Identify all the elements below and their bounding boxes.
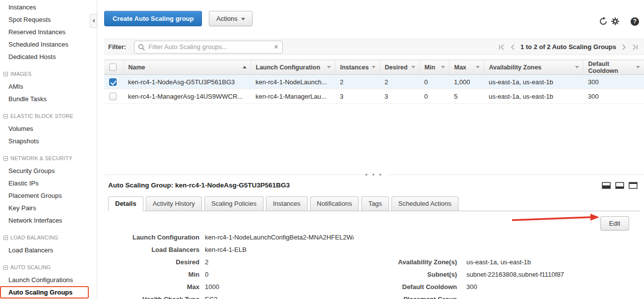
sidebar-item-elastic-ips[interactable]: Elastic IPs	[0, 177, 97, 189]
help-icon[interactable]: ?	[631, 17, 639, 26]
sidebar-item-reserved-instances[interactable]: Reserved Instances	[0, 26, 97, 38]
column-label: Min	[425, 64, 436, 71]
sort-ascending-icon	[243, 66, 247, 68]
asg-table: NameLaunch ConfigurationInstancesDesired…	[104, 60, 644, 104]
tab-notifications[interactable]: Notifications	[310, 196, 359, 211]
field-row: Health Check TypeEC2Placement Group	[104, 293, 644, 299]
field-label: Default Cooldown	[354, 283, 457, 291]
column-header-min[interactable]: Min	[419, 60, 449, 75]
search-icon	[138, 44, 145, 53]
pagination-next-button[interactable]	[622, 44, 626, 50]
field-value: subnet-22163808,subnet-f1110f87	[466, 271, 644, 278]
annotation-arrow	[511, 213, 600, 224]
actions-button[interactable]: Actions	[209, 11, 253, 26]
pagination-first-button[interactable]	[499, 44, 505, 50]
sidebar-item-load-balancers[interactable]: Load Balancers	[0, 244, 97, 256]
column-filter-caret-icon	[476, 66, 480, 68]
details-header: Auto Scaling Group: ken-rc4-1-NodeAsg-G5…	[104, 175, 644, 189]
sidebar-section-network-security[interactable]: NETWORK & SECURITY	[0, 152, 97, 165]
section-label: LOAD BALANCING	[10, 235, 58, 241]
sidebar-section-load-balancing[interactable]: LOAD BALANCING	[0, 232, 97, 244]
field-value: 1000	[205, 283, 354, 291]
sidebar-section-images[interactable]: IMAGES	[0, 68, 97, 80]
create-auto-scaling-group-button[interactable]: Create Auto Scaling group	[104, 11, 202, 26]
table-row[interactable]: ken-rc4-1-NodeAsg-G5TU3P561BG3ken-rc4-1-…	[104, 75, 644, 89]
pagination-prev-button[interactable]	[511, 44, 515, 50]
table-cell: ken-rc4-1-ManagerLau...	[251, 89, 335, 104]
tab-scaling-policies[interactable]: Scaling Policies	[204, 196, 263, 211]
section-collapse-icon	[3, 72, 8, 76]
details-title: Auto Scaling Group: ken-rc4-1-NodeAsg-G5…	[108, 181, 290, 189]
section-collapse-icon	[3, 265, 8, 270]
tab-scheduled-actions[interactable]: Scheduled Actions	[391, 196, 458, 211]
field-label: Desired	[104, 258, 199, 266]
edit-button[interactable]: Edit	[600, 216, 629, 231]
sidebar-item-security-groups[interactable]: Security Groups	[0, 165, 97, 177]
layout-split-pane-icon[interactable]	[615, 182, 624, 189]
table-cell: ken-rc4-1-NodeAsg-G5TU3P561BG3	[123, 75, 251, 89]
column-label: Max	[454, 64, 466, 71]
tab-tags[interactable]: Tags	[361, 196, 388, 211]
column-header-name[interactable]: Name	[123, 60, 251, 75]
sidebar-item-key-pairs[interactable]: Key Pairs	[0, 202, 97, 214]
pagination: 1 to 2 of 2 Auto Scaling Groups	[499, 43, 638, 51]
section-label: ELASTIC BLOCK STORE	[10, 113, 73, 120]
column-label: Name	[129, 64, 145, 71]
select-all-header[interactable]	[104, 60, 123, 75]
section-label: AUTO SCALING	[10, 264, 51, 271]
sidebar-item-amis[interactable]: AMIs	[0, 80, 97, 93]
tab-details[interactable]: Details	[108, 196, 143, 211]
section-collapse-icon	[3, 236, 8, 240]
layout-full-pane-icon[interactable]	[629, 182, 638, 189]
table-row[interactable]: ken-rc4-1-ManagerAsg-14US9WWCR...ken-rc4…	[104, 89, 644, 104]
field-row: Load Balancersken-rc4-1-ELB	[104, 243, 644, 256]
field-row: Max1000Default Cooldown300	[104, 281, 644, 293]
sidebar-item-placement-groups[interactable]: Placement Groups	[0, 189, 97, 202]
layout-bottom-pane-icon[interactable]	[602, 182, 611, 189]
sidebar-section-elastic-block-store[interactable]: ELASTIC BLOCK STORE	[0, 110, 97, 122]
field-row: Min0Subnet(s)subnet-22163808,subnet-f111…	[104, 268, 644, 281]
sidebar-item-network-interfaces[interactable]: Network Interfaces	[0, 214, 97, 227]
tab-activity-history[interactable]: Activity History	[146, 196, 202, 211]
settings-gear-icon[interactable]	[611, 17, 620, 26]
column-header-default-cooldown[interactable]: Default Cooldown	[583, 60, 644, 75]
clear-filter-icon[interactable]: ×	[274, 43, 278, 52]
column-header-max[interactable]: Max	[449, 60, 484, 75]
sidebar-item-spot-requests[interactable]: Spot Requests	[0, 13, 97, 26]
field-value: 2	[205, 258, 354, 266]
row-checkbox[interactable]	[109, 93, 117, 100]
column-header-instances[interactable]: Instances	[335, 60, 380, 75]
sidebar-item-bundle-tasks[interactable]: Bundle Tasks	[0, 93, 97, 105]
sidebar-item-dedicated-hosts[interactable]: Dedicated Hosts	[0, 51, 97, 63]
sidebar-item-scheduled-instances[interactable]: Scheduled Instances	[0, 38, 97, 51]
sidebar-group: ELASTIC BLOCK STOREVolumesSnapshots	[0, 110, 97, 147]
refresh-icon[interactable]	[599, 17, 608, 26]
select-all-checkbox[interactable]	[109, 63, 117, 71]
sidebar-item-auto-scaling-groups[interactable]: Auto Scaling Groups	[0, 286, 89, 299]
row-checkbox[interactable]	[109, 78, 117, 86]
sidebar-item-instances[interactable]: Instances	[0, 1, 97, 13]
column-header-launch-configuration[interactable]: Launch Configuration	[251, 60, 335, 75]
sidebar-section-auto-scaling[interactable]: AUTO SCALING	[0, 261, 97, 274]
splitter-drag-handle-icon[interactable]: ● ● ●	[361, 172, 387, 177]
tab-instances[interactable]: Instances	[266, 196, 308, 211]
column-header-availability-zones[interactable]: Availability Zones	[484, 60, 583, 75]
filter-bar: Filter: × 1 to 2 of 2 Auto Scaling Group…	[104, 39, 644, 55]
field-value: ken-rc4-1-ELB	[205, 246, 354, 253]
field-value: 0	[205, 271, 354, 278]
sidebar-collapse-button[interactable]	[90, 14, 97, 28]
pane-layout-controls	[602, 182, 638, 189]
toolbar: Create Auto Scaling group Actions ?	[104, 0, 644, 39]
sidebar-item-launch-configurations[interactable]: Launch Configurations	[0, 274, 97, 286]
table-cell: 1,000	[449, 75, 484, 89]
details-tabs: DetailsActivity HistoryScaling PoliciesI…	[108, 196, 640, 211]
sidebar-item-volumes[interactable]: Volumes	[0, 122, 97, 135]
section-collapse-icon	[3, 156, 8, 161]
table-cell: 3	[380, 89, 419, 104]
sidebar-item-snapshots[interactable]: Snapshots	[0, 135, 97, 147]
pagination-last-button[interactable]	[632, 44, 638, 50]
column-label: Instances	[340, 64, 369, 71]
filter-input[interactable]	[148, 43, 269, 51]
column-header-desired[interactable]: Desired	[380, 60, 419, 75]
field-row: Desired2Availability Zone(s)us-east-1a, …	[104, 256, 644, 268]
